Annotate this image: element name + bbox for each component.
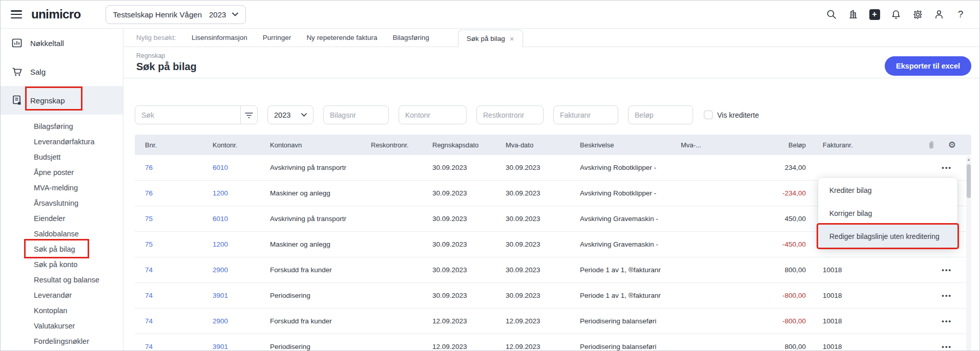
column-header[interactable]: Bnr. [145,141,213,149]
sidebar-subitem-pne-poster[interactable]: Åpne poster [1,165,123,180]
company-selector[interactable]: Testselskap Henrik Vågen 2023 [106,5,246,24]
search-input[interactable] [135,106,240,124]
cell-bnr-link[interactable]: 74 [145,343,213,350]
tab-sok-pa-bilag[interactable]: Søk på bilag × [458,30,523,47]
tab-close-icon[interactable]: × [510,35,514,42]
recent-link-ny-repeterende-faktura[interactable]: Ny repeterende faktura [306,34,377,41]
cell-kontonr-link[interactable]: 3901 [213,292,270,299]
row-more-actions-icon[interactable]: ••• [942,164,952,171]
row-more-actions-icon[interactable]: ••• [942,318,952,324]
sidebar-subitem-s-k-p-konto[interactable]: Søk på konto [1,257,123,272]
table-row[interactable]: 766010Avskrivning på transportr30.09.202… [135,155,971,181]
table-row[interactable]: 743901Periodisering30.09.202330.09.2023P… [135,283,971,309]
year-select[interactable]: 2023 [267,105,314,124]
column-header[interactable]: Beløp [734,141,806,149]
sidebar-subitem-s-k-p-bilag[interactable]: Søk på bilag [1,242,123,257]
sidebar-subitem-mva-melding[interactable]: MVA-melding [1,180,123,195]
cell-bnr-link[interactable]: 74 [145,317,213,325]
settings-gear-icon[interactable] [912,9,923,20]
belop-input[interactable] [628,105,693,124]
notifications-bell-icon[interactable] [890,9,902,20]
restkontonr-input[interactable] [476,105,544,124]
column-header[interactable]: Mva-dato [506,141,580,149]
cell-bnr-link[interactable]: 76 [145,164,213,171]
sidebar-subitem-budsjett[interactable]: Budsjett [1,149,123,165]
column-header[interactable]: Beskrivelse [580,141,681,149]
recent-link-purringer[interactable]: Purringer [263,34,291,41]
fakturanr-input[interactable] [553,105,618,124]
column-header[interactable]: Reskontronr. [371,141,432,149]
cell-kontonr-link[interactable]: 2900 [213,317,270,325]
table-scrollbar[interactable]: ▲ [966,156,971,350]
cell-kontonr-link[interactable]: 2900 [213,266,270,274]
page-header: Regnskap Søk på bilag Eksporter til exce… [123,47,979,78]
column-header[interactable]: Kontonr. [213,141,270,149]
context-menu-item-rediger-bilagslinje-uten-kreditering[interactable]: Rediger bilagslinje uten kreditering [818,225,957,248]
hamburger-menu-icon[interactable] [11,10,22,18]
cell-bnr-link[interactable]: 74 [145,266,213,274]
search-icon[interactable] [826,9,837,20]
page-title: Søk på bilag [136,61,979,73]
column-header[interactable]: Fakturanr. [823,141,905,149]
cell-bnr-link[interactable]: 75 [145,215,213,223]
cell-bnr-link[interactable]: 75 [145,240,213,248]
sidebar-subitem-kontoplan[interactable]: Kontoplan [1,303,123,318]
row-more-actions-icon[interactable]: ••• [942,343,952,350]
cell-beskrivelse: Avskriving Robotklipper - [580,189,681,197]
bilagsnr-input[interactable] [323,105,389,124]
sidebar-subitem-rsavslutning[interactable]: Årsavslutning [1,195,123,211]
table-row[interactable]: 743901Periodisering12.09.202312.09.2023P… [135,334,971,350]
row-more-actions-icon[interactable]: ••• [942,292,952,299]
cell-kontonr-link[interactable]: 1200 [213,240,270,248]
cell-belop: 234,00 [734,164,806,171]
paperclip-icon[interactable] [928,141,935,149]
context-menu-item-korriger-bilag[interactable]: Korriger bilag [818,202,957,225]
column-header[interactable]: Mva-... [681,141,734,149]
sidebar-subitem-eiendeler[interactable]: Eiendeler [1,211,123,226]
context-menu-item-krediter-bilag[interactable]: Krediter bilag [818,179,957,202]
recent-label: Nylig besøkt: [136,34,176,41]
cell-fakturanr: 10018 [823,317,905,325]
scrollbar-thumb[interactable] [967,164,971,198]
sidebar-subitem-leverand-r[interactable]: Leverandør [1,288,123,303]
cell-kontonavn: Periodisering [270,292,371,299]
filter-icon[interactable] [240,106,257,124]
checkbox-label: Vis krediterte [717,111,759,119]
sidebar-subitem-valutakurser[interactable]: Valutakurser [1,318,123,334]
scroll-up-arrow-icon[interactable]: ▲ [966,158,971,161]
cell-beskrivelse: Avskriving Robotklipper - [580,164,681,171]
cell-kontonr-link[interactable]: 6010 [213,164,270,171]
column-header[interactable]: Kontonavn [270,141,371,149]
sidebar-subitem-leverand-rfaktura[interactable]: Leverandørfaktura [1,134,123,149]
sidebar-item-regnskap[interactable]: Regnskap [1,86,123,115]
recent-link-bilagsf-ring[interactable]: Bilagsføring [392,34,429,41]
filter-bar: 2023 Vis krediterte [123,78,979,124]
checkbox[interactable] [704,111,713,119]
kontonr-input[interactable] [399,105,467,124]
sidebar-subitem-bilagsf-ring[interactable]: Bilagsføring [1,119,123,134]
cell-kontonr-link[interactable]: 3901 [213,343,270,350]
year-select-value: 2023 [274,111,290,119]
sidebar-item-nokkeltall[interactable]: Nøkkeltall [1,29,123,57]
recent-link-lisensinformasjon[interactable]: Lisensinformasjon [192,34,247,41]
help-icon[interactable]: ? [955,9,966,20]
show-credited-checkbox-group[interactable]: Vis krediterte [704,111,759,119]
sidebar-subitem-saldobalanse[interactable]: Saldobalanse [1,226,123,242]
cell-bnr-link[interactable]: 74 [145,292,213,299]
export-to-excel-button[interactable]: Eksporter til excel [885,56,971,76]
row-more-actions-icon[interactable]: ••• [942,267,952,273]
table-row[interactable]: 742900Forskudd fra kunder12.09.202312.09… [135,309,971,334]
column-header[interactable]: Regnskapsdato [432,141,506,149]
sidebar-subitem-fordelingsn-kler[interactable]: Fordelingsnøkler [1,334,123,349]
topbar-icons: + ? [826,9,966,20]
cell-kontonr-link[interactable]: 1200 [213,189,270,197]
table-settings-gear-icon[interactable]: ⚙ [948,141,956,149]
cell-kontonr-link[interactable]: 6010 [213,215,270,223]
sidebar-subitem-resultat-og-balanse[interactable]: Resultat og balanse [1,272,123,288]
add-icon[interactable]: + [869,9,880,20]
table-row[interactable]: 742900Forskudd fra kunder30.09.202330.09… [135,257,971,283]
cell-bnr-link[interactable]: 76 [145,189,213,197]
user-icon[interactable] [933,9,945,20]
sidebar-item-salg[interactable]: Salg [1,57,123,86]
organization-icon[interactable] [847,9,859,20]
